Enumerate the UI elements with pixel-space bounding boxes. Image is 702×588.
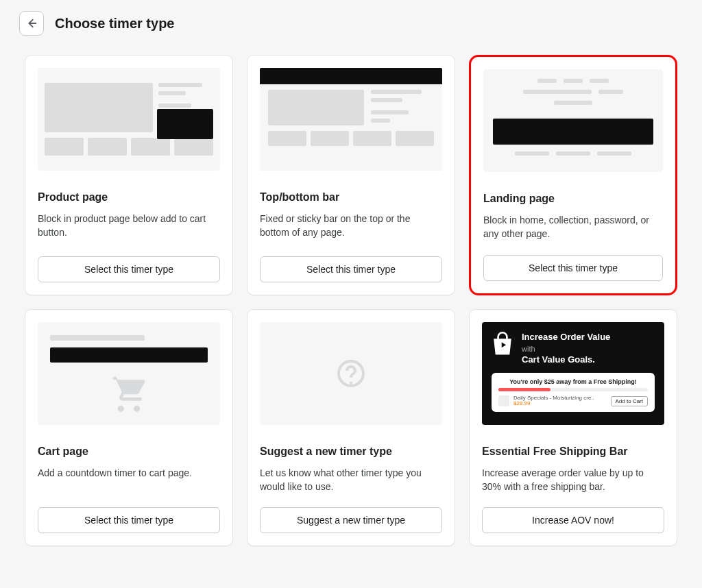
- thumbnail-suggest: [260, 322, 442, 425]
- promo-add-to-cart: Add to Cart: [611, 396, 648, 406]
- card-suggest: Suggest a new timer type Let us know wha…: [247, 309, 455, 547]
- card-cart-page: Cart page Add a countdown timer to cart …: [25, 309, 233, 547]
- card-description: Add a countdown timer to cart page.: [38, 466, 220, 494]
- cart-icon: [108, 373, 149, 412]
- thumbnail-cart: [38, 322, 220, 425]
- promo-panel: You're only $25 away from a Free Shippin…: [492, 373, 655, 412]
- promo-item-image: [498, 395, 509, 406]
- card-product-page: Product page Block in product page below…: [25, 55, 233, 295]
- increase-aov-button[interactable]: Increase AOV now!: [482, 507, 664, 533]
- card-title: Product page: [38, 191, 220, 204]
- promo-with-label: with: [522, 345, 535, 353]
- promo-headline-2: Cart Value Goals.: [522, 354, 610, 365]
- thumbnail-product: [38, 68, 220, 171]
- promo-progress-bar: [498, 388, 648, 391]
- page-header: Choose timer type: [0, 0, 702, 42]
- arrow-left-icon: [25, 17, 38, 29]
- thumbnail-landing: [483, 69, 663, 172]
- card-description: Let us know what other timer type you wo…: [260, 466, 442, 494]
- page-title: Choose timer type: [55, 16, 174, 32]
- promo-message: You're only $25 away from a Free Shippin…: [498, 378, 648, 385]
- suggest-button[interactable]: Suggest a new timer type: [260, 507, 442, 533]
- card-title: Top/bottom bar: [260, 191, 442, 204]
- promo-item-name: Daily Specials - Moisturizing cre.. $28.…: [513, 395, 607, 406]
- thumbnail-topbar: [260, 68, 442, 171]
- back-button[interactable]: [19, 11, 44, 36]
- thumbnail-promo: Increase Order Value with Cart Value Goa…: [482, 322, 664, 425]
- shopping-bag-icon: [492, 332, 513, 356]
- card-title: Suggest a new timer type: [260, 445, 442, 458]
- select-topbar-button[interactable]: Select this timer type: [260, 256, 442, 282]
- card-description: Block in home, collection, password, or …: [483, 213, 663, 241]
- card-description: Block in product page below add to cart …: [38, 212, 220, 243]
- promo-headline-1: Increase Order Value: [522, 332, 610, 343]
- select-product-button[interactable]: Select this timer type: [38, 256, 220, 282]
- select-landing-button[interactable]: Select this timer type: [483, 255, 663, 281]
- card-free-shipping-promo: Increase Order Value with Cart Value Goa…: [469, 309, 677, 547]
- card-description: Fixed or sticky bar on the top or the bo…: [260, 212, 442, 243]
- question-icon: [335, 357, 367, 390]
- select-cart-button[interactable]: Select this timer type: [38, 507, 220, 533]
- card-landing-page: Landing page Block in home, collection, …: [469, 55, 677, 295]
- cards-grid: Product page Block in product page below…: [0, 42, 702, 565]
- card-top-bottom-bar: Top/bottom bar Fixed or sticky bar on th…: [247, 55, 455, 295]
- card-title: Essential Free Shipping Bar: [482, 445, 664, 458]
- card-title: Landing page: [483, 193, 663, 205]
- card-description: Increase average order value by up to 30…: [482, 466, 664, 494]
- card-title: Cart page: [38, 445, 220, 458]
